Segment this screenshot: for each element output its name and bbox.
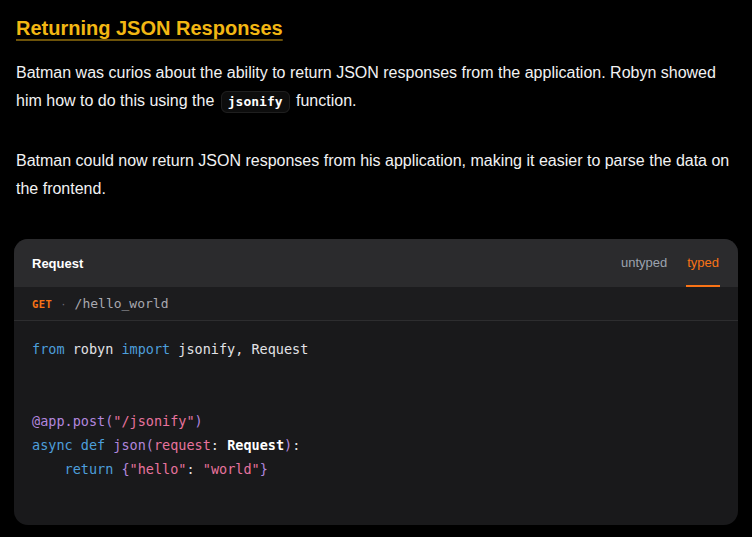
tab-typed[interactable]: typed xyxy=(686,239,720,287)
code-line: async def json(request: Request): xyxy=(32,433,720,457)
endpoint-row: GET · /hello_world xyxy=(14,287,738,321)
endpoint-separator: · xyxy=(61,296,65,311)
intro-text-before: Batman was curios about the ability to r… xyxy=(16,64,716,109)
second-paragraph: Batman could now return JSON responses f… xyxy=(16,147,736,203)
endpoint-path: /hello_world xyxy=(75,296,169,311)
docs-content: Returning JSON Responses Batman was curi… xyxy=(0,0,752,537)
code-line: @app.post("/jsonify") xyxy=(32,409,720,433)
inline-code-jsonify: jsonify xyxy=(221,91,290,113)
intro-paragraph: Batman was curios about the ability to r… xyxy=(16,59,736,116)
code-line: return {"hello": "world"} xyxy=(32,457,720,481)
code-block: from robyn import jsonify, Request @app.… xyxy=(14,321,738,525)
heading-anchor-link[interactable]: Returning JSON Responses xyxy=(16,17,283,39)
code-line: from robyn import jsonify, Request xyxy=(32,337,720,361)
code-line xyxy=(32,385,720,409)
page-title: Returning JSON Responses xyxy=(16,16,736,40)
page: { "colors": { "background": "#000000", "… xyxy=(0,0,752,537)
intro-text-after: function. xyxy=(292,92,357,109)
code-line xyxy=(32,361,720,385)
tab-untyped[interactable]: untyped xyxy=(620,239,668,287)
request-code-panel: Request untyped typed GET · /hello_world… xyxy=(14,239,738,525)
panel-title: Request xyxy=(32,256,83,271)
code-tabs: untyped typed xyxy=(620,239,720,287)
code-panel-header: Request untyped typed xyxy=(14,239,738,287)
http-method-badge: GET xyxy=(32,298,52,310)
